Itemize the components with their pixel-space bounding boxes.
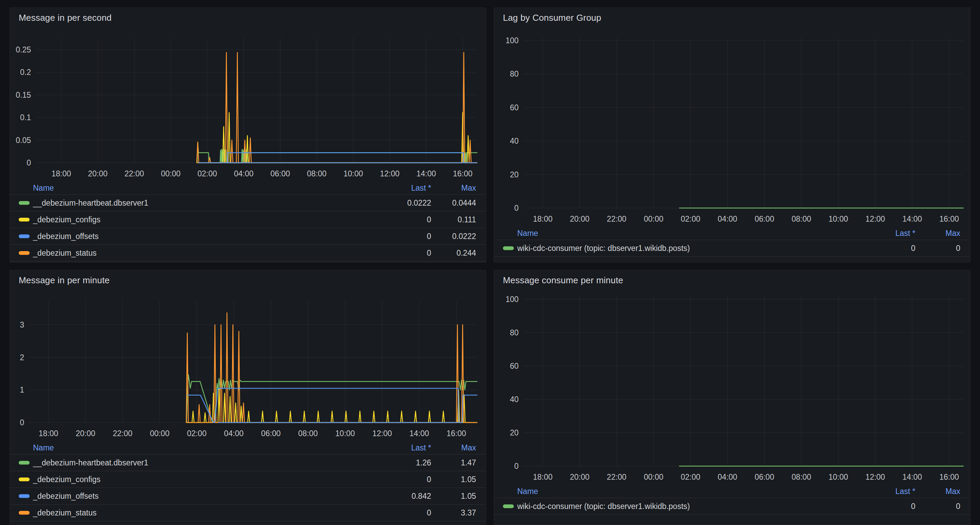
svg-text:06:00: 06:00 xyxy=(755,214,775,223)
legend-header-max[interactable]: Max xyxy=(461,443,476,453)
series-color-swatch[interactable] xyxy=(19,218,30,222)
svg-text:80: 80 xyxy=(510,328,519,337)
svg-text:06:00: 06:00 xyxy=(261,429,281,438)
legend-max-value: 0 xyxy=(956,502,960,511)
svg-text:02:00: 02:00 xyxy=(681,214,701,223)
svg-text:0.25: 0.25 xyxy=(16,45,31,54)
series-color-swatch[interactable] xyxy=(19,478,30,482)
legend-table: NameLast *Maxwiki-cdc-consumer (topic: d… xyxy=(494,227,970,257)
legend-row: _debezium_configs00.111 xyxy=(10,211,486,228)
legend-max-value: 0.0444 xyxy=(452,198,476,208)
legend-header-last[interactable]: Last * xyxy=(411,443,431,453)
legend-series-name[interactable]: _debezium_status xyxy=(33,249,97,258)
svg-text:14:00: 14:00 xyxy=(409,429,429,438)
svg-text:08:00: 08:00 xyxy=(791,472,811,482)
legend-max-value: 0.111 xyxy=(458,215,476,224)
legend-row: wiki-cdc-consumer (topic: dbserver1.wiki… xyxy=(494,498,970,515)
svg-text:22:00: 22:00 xyxy=(113,429,132,438)
legend-table: NameLast *Max__debezium-heartbeat.dbserv… xyxy=(10,182,486,262)
legend-table: NameLast *Max__debezium-heartbeat.dbserv… xyxy=(10,441,486,521)
legend-header-max[interactable]: Max xyxy=(946,229,960,238)
legend-series-name[interactable]: _debezium_configs xyxy=(33,475,100,484)
legend-max-value: 0 xyxy=(956,244,960,253)
grid-lines xyxy=(523,38,963,208)
legend-header-max[interactable]: Max xyxy=(461,184,476,193)
svg-text:20:00: 20:00 xyxy=(88,169,108,178)
legend-last-value: 0 xyxy=(911,502,915,511)
legend-header-name[interactable]: Name xyxy=(517,487,538,496)
svg-text:20:00: 20:00 xyxy=(76,429,95,438)
legend-series-name[interactable]: _debezium_status xyxy=(33,508,97,517)
legend-row: _debezium_configs01.05 xyxy=(10,471,486,488)
svg-text:10:00: 10:00 xyxy=(829,472,848,482)
svg-text:04:00: 04:00 xyxy=(718,472,737,482)
legend-header-last[interactable]: Last * xyxy=(895,229,915,238)
grid-lines xyxy=(523,296,963,466)
svg-text:12:00: 12:00 xyxy=(380,169,399,178)
svg-text:18:00: 18:00 xyxy=(38,429,58,438)
svg-text:02:00: 02:00 xyxy=(187,429,207,438)
series-color-swatch[interactable] xyxy=(19,511,30,515)
svg-text:12:00: 12:00 xyxy=(865,214,885,223)
svg-text:00:00: 00:00 xyxy=(161,169,181,178)
series-line xyxy=(198,153,485,163)
legend-series-name[interactable]: _debezium_offsets xyxy=(33,232,99,241)
svg-text:14:00: 14:00 xyxy=(902,472,922,482)
svg-text:1: 1 xyxy=(20,385,24,394)
series-line xyxy=(197,113,485,163)
svg-text:06:00: 06:00 xyxy=(270,169,290,178)
legend-header-name[interactable]: Name xyxy=(33,443,54,453)
series-color-swatch[interactable] xyxy=(19,235,30,238)
svg-text:22:00: 22:00 xyxy=(124,169,144,178)
legend-header-last[interactable]: Last * xyxy=(411,184,431,193)
legend-last-value: 0 xyxy=(427,232,431,241)
legend-series-name[interactable]: __debezium-heartbeat.dbserver1 xyxy=(33,458,148,468)
series-color-swatch[interactable] xyxy=(503,246,514,250)
series-color-swatch[interactable] xyxy=(19,461,30,465)
svg-text:18:00: 18:00 xyxy=(533,214,553,223)
legend-row: _debezium_offsets00.0222 xyxy=(10,228,486,244)
svg-text:12:00: 12:00 xyxy=(865,472,885,482)
svg-text:02:00: 02:00 xyxy=(681,472,701,482)
svg-text:04:00: 04:00 xyxy=(224,429,243,438)
legend-series-name[interactable]: _debezium_configs xyxy=(33,215,100,224)
series-color-swatch[interactable] xyxy=(19,251,30,255)
legend-header-name[interactable]: Name xyxy=(517,229,538,238)
series-line xyxy=(197,53,485,163)
legend-series-name[interactable]: __debezium-heartbeat.dbserver1 xyxy=(33,198,148,208)
legend-last-value: 1.26 xyxy=(416,458,431,468)
legend-header-last[interactable]: Last * xyxy=(895,487,915,496)
svg-text:60: 60 xyxy=(510,362,519,370)
svg-text:16:00: 16:00 xyxy=(940,472,959,482)
svg-text:0.05: 0.05 xyxy=(16,136,31,145)
svg-text:0.15: 0.15 xyxy=(16,91,31,99)
timeseries-chart[interactable]: 10080604020018:0020:0022:0000:0002:0004:… xyxy=(494,8,971,263)
svg-text:100: 100 xyxy=(506,295,519,304)
series-color-swatch[interactable] xyxy=(503,504,514,508)
series-color-swatch[interactable] xyxy=(19,495,30,498)
svg-text:16:00: 16:00 xyxy=(940,214,959,223)
svg-text:0: 0 xyxy=(514,204,519,212)
svg-text:10:00: 10:00 xyxy=(343,169,363,178)
svg-text:0: 0 xyxy=(514,462,519,471)
series-color-swatch[interactable] xyxy=(19,201,30,205)
svg-text:02:00: 02:00 xyxy=(197,169,217,178)
svg-text:0.2: 0.2 xyxy=(20,68,31,77)
svg-text:20:00: 20:00 xyxy=(570,214,590,223)
legend-max-value: 3.37 xyxy=(461,508,476,517)
legend-series-name[interactable]: wiki-cdc-consumer (topic: dbserver1.wiki… xyxy=(517,502,690,511)
legend-header-name[interactable]: Name xyxy=(33,184,54,193)
legend-table: NameLast *Maxwiki-cdc-consumer (topic: d… xyxy=(494,485,970,515)
legend-series-name[interactable]: wiki-cdc-consumer (topic: dbserver1.wiki… xyxy=(517,244,690,253)
legend-last-value: 0 xyxy=(427,249,431,258)
svg-text:20: 20 xyxy=(510,428,519,437)
legend-header-max[interactable]: Max xyxy=(946,487,960,496)
series-lines xyxy=(186,313,479,423)
svg-text:18:00: 18:00 xyxy=(51,169,71,178)
svg-text:2: 2 xyxy=(20,353,24,362)
legend-series-name[interactable]: _debezium_offsets xyxy=(33,491,99,501)
legend-last-value: 0.842 xyxy=(411,491,431,501)
svg-text:08:00: 08:00 xyxy=(298,429,318,438)
svg-text:14:00: 14:00 xyxy=(902,214,922,223)
svg-text:00:00: 00:00 xyxy=(644,472,663,482)
